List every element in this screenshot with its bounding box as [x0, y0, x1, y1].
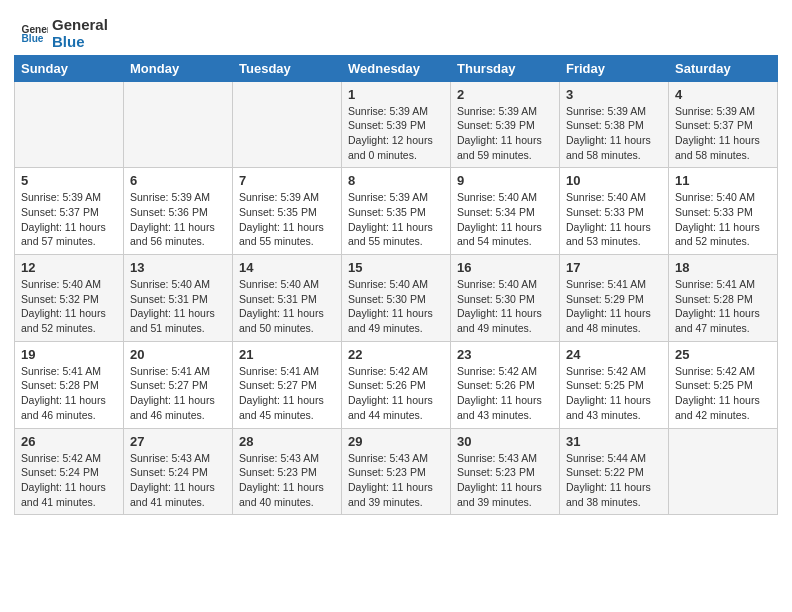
calendar-container: SundayMondayTuesdayWednesdayThursdayFrid… — [0, 55, 792, 526]
day-number: 20 — [130, 347, 226, 362]
weekday-header-saturday: Saturday — [669, 55, 778, 81]
day-number: 31 — [566, 434, 662, 449]
calendar-day-10: 10Sunrise: 5:40 AM Sunset: 5:33 PM Dayli… — [560, 168, 669, 255]
day-info: Sunrise: 5:40 AM Sunset: 5:33 PM Dayligh… — [675, 190, 771, 249]
day-info: Sunrise: 5:42 AM Sunset: 5:25 PM Dayligh… — [566, 364, 662, 423]
day-number: 4 — [675, 87, 771, 102]
day-info: Sunrise: 5:42 AM Sunset: 5:24 PM Dayligh… — [21, 451, 117, 510]
calendar-empty-cell — [669, 428, 778, 515]
calendar-day-18: 18Sunrise: 5:41 AM Sunset: 5:28 PM Dayli… — [669, 255, 778, 342]
calendar-day-5: 5Sunrise: 5:39 AM Sunset: 5:37 PM Daylig… — [15, 168, 124, 255]
logo-icon: General Blue — [20, 19, 48, 47]
day-info: Sunrise: 5:41 AM Sunset: 5:27 PM Dayligh… — [130, 364, 226, 423]
calendar-day-27: 27Sunrise: 5:43 AM Sunset: 5:24 PM Dayli… — [124, 428, 233, 515]
calendar-day-20: 20Sunrise: 5:41 AM Sunset: 5:27 PM Dayli… — [124, 341, 233, 428]
day-number: 23 — [457, 347, 553, 362]
day-info: Sunrise: 5:39 AM Sunset: 5:38 PM Dayligh… — [566, 104, 662, 163]
calendar-day-25: 25Sunrise: 5:42 AM Sunset: 5:25 PM Dayli… — [669, 341, 778, 428]
day-number: 21 — [239, 347, 335, 362]
calendar-day-4: 4Sunrise: 5:39 AM Sunset: 5:37 PM Daylig… — [669, 81, 778, 168]
day-number: 28 — [239, 434, 335, 449]
day-info: Sunrise: 5:40 AM Sunset: 5:34 PM Dayligh… — [457, 190, 553, 249]
calendar-header: SundayMondayTuesdayWednesdayThursdayFrid… — [15, 55, 778, 81]
calendar-day-17: 17Sunrise: 5:41 AM Sunset: 5:29 PM Dayli… — [560, 255, 669, 342]
day-info: Sunrise: 5:39 AM Sunset: 5:37 PM Dayligh… — [21, 190, 117, 249]
day-number: 13 — [130, 260, 226, 275]
calendar-empty-cell — [233, 81, 342, 168]
day-info: Sunrise: 5:39 AM Sunset: 5:39 PM Dayligh… — [348, 104, 444, 163]
day-number: 14 — [239, 260, 335, 275]
day-number: 8 — [348, 173, 444, 188]
calendar-day-31: 31Sunrise: 5:44 AM Sunset: 5:22 PM Dayli… — [560, 428, 669, 515]
day-info: Sunrise: 5:42 AM Sunset: 5:26 PM Dayligh… — [457, 364, 553, 423]
day-info: Sunrise: 5:39 AM Sunset: 5:39 PM Dayligh… — [457, 104, 553, 163]
day-info: Sunrise: 5:42 AM Sunset: 5:25 PM Dayligh… — [675, 364, 771, 423]
day-number: 9 — [457, 173, 553, 188]
day-number: 5 — [21, 173, 117, 188]
calendar-week-row: 26Sunrise: 5:42 AM Sunset: 5:24 PM Dayli… — [15, 428, 778, 515]
calendar-day-12: 12Sunrise: 5:40 AM Sunset: 5:32 PM Dayli… — [15, 255, 124, 342]
calendar-day-19: 19Sunrise: 5:41 AM Sunset: 5:28 PM Dayli… — [15, 341, 124, 428]
calendar-day-1: 1Sunrise: 5:39 AM Sunset: 5:39 PM Daylig… — [342, 81, 451, 168]
calendar-day-23: 23Sunrise: 5:42 AM Sunset: 5:26 PM Dayli… — [451, 341, 560, 428]
day-info: Sunrise: 5:39 AM Sunset: 5:35 PM Dayligh… — [239, 190, 335, 249]
calendar-week-row: 12Sunrise: 5:40 AM Sunset: 5:32 PM Dayli… — [15, 255, 778, 342]
calendar-day-3: 3Sunrise: 5:39 AM Sunset: 5:38 PM Daylig… — [560, 81, 669, 168]
calendar-table: SundayMondayTuesdayWednesdayThursdayFrid… — [14, 55, 778, 516]
day-info: Sunrise: 5:39 AM Sunset: 5:37 PM Dayligh… — [675, 104, 771, 163]
calendar-week-row: 19Sunrise: 5:41 AM Sunset: 5:28 PM Dayli… — [15, 341, 778, 428]
logo-text-general: General — [52, 16, 108, 33]
calendar-day-14: 14Sunrise: 5:40 AM Sunset: 5:31 PM Dayli… — [233, 255, 342, 342]
weekday-header-thursday: Thursday — [451, 55, 560, 81]
day-number: 6 — [130, 173, 226, 188]
day-number: 16 — [457, 260, 553, 275]
day-number: 30 — [457, 434, 553, 449]
svg-text:Blue: Blue — [22, 34, 44, 45]
calendar-day-11: 11Sunrise: 5:40 AM Sunset: 5:33 PM Dayli… — [669, 168, 778, 255]
day-number: 18 — [675, 260, 771, 275]
day-info: Sunrise: 5:41 AM Sunset: 5:28 PM Dayligh… — [21, 364, 117, 423]
day-number: 26 — [21, 434, 117, 449]
day-number: 10 — [566, 173, 662, 188]
day-info: Sunrise: 5:40 AM Sunset: 5:31 PM Dayligh… — [130, 277, 226, 336]
day-info: Sunrise: 5:40 AM Sunset: 5:31 PM Dayligh… — [239, 277, 335, 336]
day-info: Sunrise: 5:44 AM Sunset: 5:22 PM Dayligh… — [566, 451, 662, 510]
calendar-day-29: 29Sunrise: 5:43 AM Sunset: 5:23 PM Dayli… — [342, 428, 451, 515]
calendar-day-28: 28Sunrise: 5:43 AM Sunset: 5:23 PM Dayli… — [233, 428, 342, 515]
day-info: Sunrise: 5:43 AM Sunset: 5:23 PM Dayligh… — [239, 451, 335, 510]
calendar-day-24: 24Sunrise: 5:42 AM Sunset: 5:25 PM Dayli… — [560, 341, 669, 428]
day-info: Sunrise: 5:43 AM Sunset: 5:23 PM Dayligh… — [457, 451, 553, 510]
calendar-day-13: 13Sunrise: 5:40 AM Sunset: 5:31 PM Dayli… — [124, 255, 233, 342]
day-info: Sunrise: 5:42 AM Sunset: 5:26 PM Dayligh… — [348, 364, 444, 423]
day-number: 27 — [130, 434, 226, 449]
calendar-week-row: 1Sunrise: 5:39 AM Sunset: 5:39 PM Daylig… — [15, 81, 778, 168]
logo: General Blue General Blue — [20, 16, 108, 51]
day-number: 24 — [566, 347, 662, 362]
day-info: Sunrise: 5:39 AM Sunset: 5:36 PM Dayligh… — [130, 190, 226, 249]
weekday-header-row: SundayMondayTuesdayWednesdayThursdayFrid… — [15, 55, 778, 81]
weekday-header-wednesday: Wednesday — [342, 55, 451, 81]
day-number: 2 — [457, 87, 553, 102]
page-header: General Blue General Blue — [0, 0, 792, 55]
day-info: Sunrise: 5:43 AM Sunset: 5:24 PM Dayligh… — [130, 451, 226, 510]
day-info: Sunrise: 5:40 AM Sunset: 5:30 PM Dayligh… — [457, 277, 553, 336]
calendar-day-16: 16Sunrise: 5:40 AM Sunset: 5:30 PM Dayli… — [451, 255, 560, 342]
logo-text-blue: Blue — [52, 33, 108, 50]
calendar-empty-cell — [124, 81, 233, 168]
day-number: 17 — [566, 260, 662, 275]
day-number: 19 — [21, 347, 117, 362]
day-number: 25 — [675, 347, 771, 362]
day-info: Sunrise: 5:41 AM Sunset: 5:27 PM Dayligh… — [239, 364, 335, 423]
calendar-day-15: 15Sunrise: 5:40 AM Sunset: 5:30 PM Dayli… — [342, 255, 451, 342]
day-number: 1 — [348, 87, 444, 102]
day-number: 3 — [566, 87, 662, 102]
weekday-header-sunday: Sunday — [15, 55, 124, 81]
calendar-day-21: 21Sunrise: 5:41 AM Sunset: 5:27 PM Dayli… — [233, 341, 342, 428]
calendar-body: 1Sunrise: 5:39 AM Sunset: 5:39 PM Daylig… — [15, 81, 778, 515]
weekday-header-friday: Friday — [560, 55, 669, 81]
day-info: Sunrise: 5:43 AM Sunset: 5:23 PM Dayligh… — [348, 451, 444, 510]
calendar-day-2: 2Sunrise: 5:39 AM Sunset: 5:39 PM Daylig… — [451, 81, 560, 168]
day-info: Sunrise: 5:41 AM Sunset: 5:29 PM Dayligh… — [566, 277, 662, 336]
day-number: 15 — [348, 260, 444, 275]
calendar-empty-cell — [15, 81, 124, 168]
